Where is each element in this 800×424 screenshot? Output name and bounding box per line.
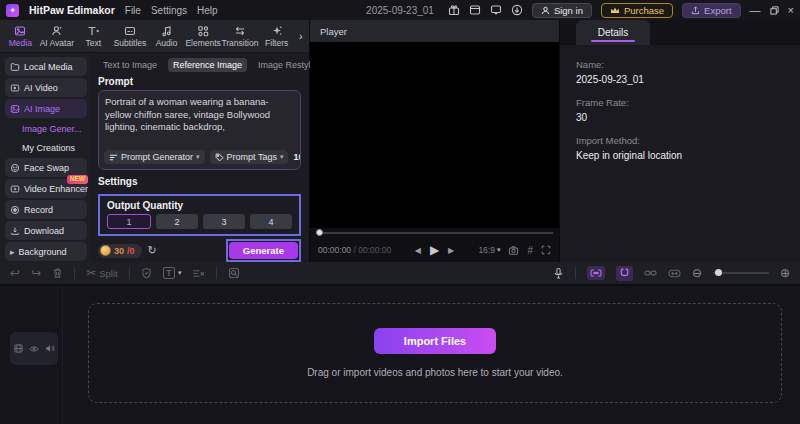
sidebar-item-download[interactable]: Download [5,221,87,240]
prompt-generator-button[interactable]: Prompt Generator ▾ [104,150,205,164]
track-visibility-eye-icon[interactable] [29,345,39,353]
sidebar-item-label: Download [24,226,64,236]
quantity-option-2[interactable]: 2 [156,214,198,229]
sidebar-item-label: Background [19,247,67,257]
tab-elements[interactable]: Elements [185,25,222,48]
check-update-icon[interactable] [511,4,523,16]
track-mute-speaker-icon[interactable] [45,344,55,353]
undo-icon[interactable]: ↩ [10,266,20,280]
purchase-button[interactable]: Purchase [601,3,673,18]
timeline-zoom-in-icon[interactable]: ⊕ [780,266,790,280]
menu-file[interactable]: File [125,5,141,16]
transition-icon [234,25,246,37]
previous-frame-icon[interactable]: ◀ [415,246,421,255]
timeline-zoom-slider[interactable] [713,272,769,274]
timeline-drop-zone[interactable]: Import Files Drag or import videos and p… [88,303,782,403]
detail-field-frame-rate: Frame Rate: 30 [576,97,800,123]
tab-media[interactable]: Media [2,25,39,48]
tab-reference-image[interactable]: Reference Image [168,58,247,72]
feedback-icon[interactable] [490,4,502,16]
snapshot-icon[interactable] [508,245,519,256]
delete-empty-tracks-icon[interactable] [192,268,205,279]
player-scrubber[interactable] [310,228,559,238]
link-clips-icon[interactable] [644,268,657,278]
timeline-area: Import Files Drag or import videos and p… [0,286,800,424]
fullscreen-icon[interactable] [541,245,551,255]
sign-in-button[interactable]: Sign in [532,3,592,18]
import-files-button[interactable]: Import Files [374,328,496,354]
zoom-tool-icon[interactable] [228,267,240,279]
auto-ripple-icon[interactable] [587,266,605,280]
tabs-overflow-chevron-icon[interactable]: › [295,30,307,42]
timecode: 00:00:00 / 00:00:00 [318,245,391,255]
video-preview[interactable] [310,42,559,228]
play-icon[interactable]: ▶ [430,243,439,257]
quantity-option-1[interactable]: 1 [107,214,151,229]
prompt-label: Prompt [98,76,301,87]
minimize-button[interactable]: — [750,4,761,16]
tab-details[interactable]: Details [576,20,650,45]
window-mode-icon[interactable] [469,4,481,16]
time-current: 00:00:00 [318,245,351,255]
sidebar-item-ai-video[interactable]: AI Video [5,78,87,97]
tab-filters[interactable]: Filters [258,25,295,48]
zoom-slider-handle[interactable] [715,269,722,276]
sidebar-item-background[interactable]: ▸ Background [5,242,87,261]
tab-ai-avatar[interactable]: AI Avatar [39,25,76,48]
shield-icon[interactable] [141,267,152,279]
tab-transition[interactable]: Transition [221,25,258,48]
gift-icon[interactable] [448,4,460,16]
close-button[interactable]: × [788,4,794,16]
time-total: 00:00:00 [358,245,391,255]
credits-count: 30 [114,246,124,256]
menu-settings[interactable]: Settings [151,5,187,16]
quantity-option-4[interactable]: 4 [250,214,292,229]
detail-field-name: Name: 2025-09-23_01 [576,59,800,85]
char-counter: 106/2000 [293,152,301,162]
app-name: HitPaw Edimakor [29,4,115,16]
export-button[interactable]: Export [682,3,740,18]
sidebar-item-local-media[interactable]: Local Media [5,57,87,76]
sidebar-item-record[interactable]: Record [5,200,87,219]
sidebar-subitem-my-creations[interactable]: My Creations [5,139,87,156]
quantity-option-3[interactable]: 3 [203,214,245,229]
sidebar-item-label: Local Media [24,62,73,72]
next-frame-icon[interactable]: ▶ [448,246,454,255]
text-tool-button[interactable]: T▾ [163,267,182,279]
timeline-zoom-out-icon[interactable]: ⊖ [692,266,702,280]
prompt-tags-label: Prompt Tags [227,152,277,162]
delete-icon[interactable] [52,267,63,279]
player-controls: 00:00:00 / 00:00:00 ◀ ▶ ▶ 16:9▾ # [310,238,559,262]
app-logo-icon: ✦ [6,4,19,17]
folder-icon [10,62,20,72]
output-quantity-options: 1 2 3 4 [107,214,292,229]
prompt-input[interactable]: Portrait of a woman wearing a banana-yel… [99,91,300,150]
tab-audio[interactable]: Audio [148,25,185,48]
sidebar-subitem-image-generator[interactable]: Image Gener... [5,120,87,137]
split-button[interactable]: ✂Split [86,266,118,280]
tab-text[interactable]: Text [75,25,112,48]
details-tab-row: Details [560,20,800,45]
detail-value: 2025-09-23_01 [576,74,800,85]
prompt-tags-button[interactable]: Prompt Tags ▾ [210,150,289,164]
snap-magnet-icon[interactable] [616,266,633,281]
restore-button[interactable] [770,6,779,15]
aspect-ratio-dropdown[interactable]: 16:9▾ [478,245,500,255]
chevron-down-icon: ▾ [497,246,501,254]
redo-icon[interactable]: ↪ [31,266,41,280]
tab-text-to-image[interactable]: Text to Image [98,58,162,72]
safe-zone-grid-icon[interactable]: # [527,245,533,256]
scrubber-track[interactable] [316,232,553,234]
refresh-credits-icon[interactable]: ↻ [148,244,157,257]
user-icon [541,6,550,15]
generate-button[interactable]: Generate [229,242,298,259]
scrubber-handle[interactable] [316,229,323,236]
tab-subtitles[interactable]: Subtitles [112,25,149,48]
sidebar-item-video-enhancer[interactable]: Video Enhancer NEW [5,179,87,198]
title-bar: ✦ HitPaw Edimakor File Settings Help 202… [0,0,800,20]
elements-icon [197,25,209,37]
sidebar-item-ai-image[interactable]: AI Image [5,99,87,118]
menu-help[interactable]: Help [197,5,218,16]
fit-timeline-icon[interactable] [668,268,681,279]
voiceover-mic-icon[interactable] [553,267,564,280]
